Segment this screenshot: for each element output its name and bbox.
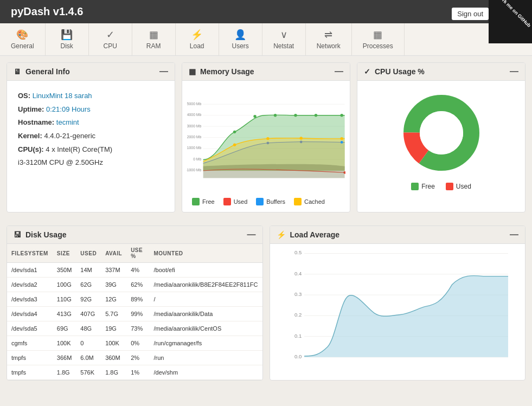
svg-point-24: [266, 137, 269, 140]
nav-processes[interactable]: ▦ Processes: [352, 23, 405, 55]
svg-text:0.2: 0.2: [294, 312, 302, 318]
col-used: USED: [76, 244, 101, 263]
table-row: tmpfs366M6.0M360M2%/run: [7, 351, 262, 365]
table-cell: 0: [76, 336, 101, 351]
memory-buffers-label: Buffers: [266, 198, 285, 205]
table-cell: /run: [150, 351, 262, 365]
table-cell: 92G: [76, 292, 101, 307]
svg-point-2: [420, 111, 463, 154]
table-cell: 2%: [126, 351, 149, 365]
nav-disk[interactable]: 💾 Disk: [46, 23, 89, 55]
svg-point-28: [300, 140, 303, 143]
nav-load[interactable]: ⚡ Load: [176, 23, 219, 55]
table-cell: /media/aaronkilik/CentOS: [150, 321, 262, 336]
disk-usage-body: FILESYSTEM SIZE USED AVAIL USE % MOUNTED…: [7, 244, 262, 380]
svg-point-20: [294, 114, 297, 117]
disk-usage-card: 🖫 Disk Usage — FILESYSTEM SIZE USED AVAI…: [7, 225, 263, 381]
os-label: OS:: [18, 92, 30, 100]
nav-netstat[interactable]: ∨ Netstat: [262, 23, 306, 55]
nav-users-label: Users: [232, 42, 249, 50]
cpu-value: 4 x Intel(R) Core(TM): [46, 145, 112, 153]
nav-network-label: Network: [317, 42, 341, 50]
hostname-row: Hostname: tecmint: [18, 116, 164, 130]
load-minimize[interactable]: —: [510, 230, 518, 239]
table-cell: 407G: [76, 307, 101, 321]
load-average-card: ⚡ Load Average — 0.5 0.4 0.3 0.2 0.1 0.0: [270, 225, 526, 381]
table-cell: 0%: [126, 336, 149, 351]
table-cell: /run/cgmanager/fs: [150, 336, 262, 351]
memory-icon: ▦: [189, 67, 196, 76]
nav-disk-label: Disk: [61, 42, 73, 50]
cpu-label: CPU(s):: [18, 145, 44, 153]
table-cell: 413G: [53, 307, 76, 321]
svg-text:0.4: 0.4: [294, 270, 302, 276]
col-size: SIZE: [53, 244, 76, 263]
memory-body: 5000 Mb 4000 Mb 3000 Mb 2000 Mb 1000 Mb …: [182, 81, 350, 212]
uptime-row: Uptime: 0:21:09 Hours: [18, 103, 164, 117]
memory-title: Memory Usage: [200, 67, 254, 76]
table-cell: cgmfs: [7, 336, 53, 351]
kernel-row: Kernel: 4.4.0-21-generic: [18, 130, 164, 143]
table-cell: 69G: [53, 321, 76, 336]
nav-users[interactable]: 👤 Users: [219, 23, 262, 55]
netstat-icon: ∨: [280, 29, 287, 41]
disk-usage-header: 🖫 Disk Usage —: [7, 226, 262, 244]
memory-legend: Free Used Buffers Cached: [187, 194, 345, 208]
col-filesystem: FILESYSTEM: [7, 244, 53, 263]
load-chart-svg: 0.5 0.4 0.3 0.2 0.1 0.0: [274, 248, 521, 368]
general-info-title: General Info: [25, 67, 70, 76]
cpu-free-color: [411, 183, 419, 190]
table-row: tmpfs1.8G576K1.8G1%/dev/shm: [7, 365, 262, 380]
cpu-used-label: Used: [456, 183, 471, 190]
ram-icon: ▦: [149, 29, 158, 41]
disk-usage-minimize[interactable]: —: [247, 230, 256, 239]
cpu-row: CPU(s): 4 x Intel(R) Core(TM): [18, 143, 164, 157]
sign-out-button[interactable]: Sign out: [452, 8, 489, 20]
network-icon: ⇌: [324, 29, 332, 41]
github-label: Fork me on GitHub: [497, 0, 531, 28]
cpu-usage-title: CPU Usage %: [375, 67, 425, 76]
table-cell: 14M: [76, 263, 101, 278]
top-row: 🖥 General Info — OS: LinuxMint 18 sarah …: [7, 62, 525, 212]
table-row: /dev/sda569G48G19G73%/media/aaronkilik/C…: [7, 321, 262, 336]
general-info-minimize[interactable]: —: [159, 67, 168, 76]
table-cell: /dev/sda4: [7, 307, 53, 321]
table-cell: 99%: [126, 307, 149, 321]
table-cell: tmpfs: [7, 351, 53, 365]
disk-usage-title: Disk Usage: [25, 230, 66, 239]
nav-ram-label: RAM: [146, 42, 161, 50]
svg-point-23: [233, 143, 236, 146]
cpu-icon: ✓: [106, 29, 114, 41]
nav-network[interactable]: ⇌ Network: [306, 23, 352, 55]
github-banner[interactable]: Fork me on GitHub: [489, 0, 532, 43]
table-row: /dev/sda4413G407G5.7G99%/media/aaronkili…: [7, 307, 262, 321]
disk-usage-icon: 🖫: [14, 230, 21, 239]
nav-general[interactable]: 🎨 General: [0, 23, 46, 55]
table-cell: /dev/sda3: [7, 292, 53, 307]
cpu-model: i3-3120M CPU @ 2.50GHz: [18, 158, 103, 166]
table-row: /dev/sda3110G92G12G89%/: [7, 292, 262, 307]
svg-text:-1000 Mb: -1000 Mb: [187, 168, 201, 172]
memory-usage-card: ▦ Memory Usage — 5000 Mb 4000 Mb 3000 Mb…: [182, 62, 350, 212]
svg-point-22: [340, 114, 343, 117]
cpu-usage-card: ✓ CPU Usage % —: [357, 62, 525, 212]
nav-cpu[interactable]: ✓ CPU: [89, 23, 132, 55]
svg-text:4000 Mb: 4000 Mb: [187, 113, 202, 117]
memory-chart-svg: 5000 Mb 4000 Mb 3000 Mb 2000 Mb 1000 Mb …: [187, 85, 345, 194]
disk-icon: 💾: [61, 29, 73, 41]
memory-free-legend: Free: [192, 198, 215, 205]
load-icon: ⚡: [191, 29, 203, 41]
load-body: 0.5 0.4 0.3 0.2 0.1 0.0: [270, 244, 525, 372]
nav-ram[interactable]: ▦ RAM: [132, 23, 176, 55]
table-cell: /dev/sda5: [7, 321, 53, 336]
cpu-usage-minimize[interactable]: —: [510, 67, 518, 76]
table-row: /dev/sda2100G62G39G62%/media/aaronkilik/…: [7, 278, 262, 292]
memory-minimize[interactable]: —: [335, 67, 343, 76]
col-avail: AVAIL: [101, 244, 126, 263]
nav-processes-label: Processes: [363, 42, 393, 50]
memory-buffers-legend: Buffers: [256, 198, 285, 205]
table-cell: 62G: [76, 278, 101, 292]
table-cell: /dev/shm: [150, 365, 262, 380]
cpu-donut-chart: [398, 89, 485, 176]
cpu-donut-svg: [398, 89, 485, 176]
